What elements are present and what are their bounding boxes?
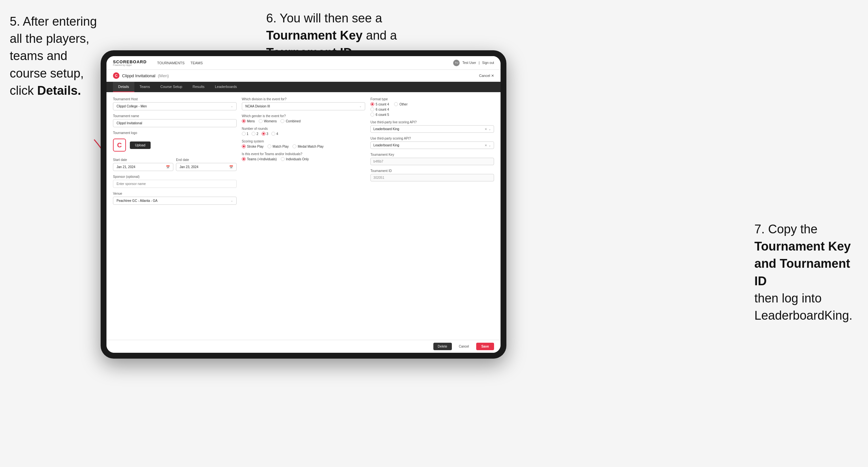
- format-type-group: Format type 5 count 4 6 count 4: [370, 97, 494, 117]
- page-header: C Clippd Invitational (Men) Cancel ✕: [106, 70, 500, 82]
- individuals-only[interactable]: Individuals Only: [281, 157, 309, 161]
- round-2[interactable]: 2: [252, 132, 258, 136]
- brand-logo: SCOREBOARD Powered by clippd: [113, 60, 147, 66]
- format-col-left: 5 count 4 6 count 4 6 count 5: [370, 102, 389, 117]
- scoring-stroke[interactable]: Stroke Play: [242, 145, 264, 148]
- round-4-radio[interactable]: [271, 132, 275, 136]
- tab-results[interactable]: Results: [187, 82, 210, 92]
- gender-mens[interactable]: Mens: [242, 119, 255, 123]
- tournament-id-label: Tournament ID: [370, 169, 494, 173]
- tab-bar: Details Teams Course Setup Results Leade…: [106, 82, 500, 92]
- rounds-label: Number of rounds: [242, 127, 366, 130]
- gender-combined[interactable]: Combined: [280, 119, 301, 123]
- format-5count4-radio[interactable]: [370, 102, 374, 106]
- live-scoring2-dropdown[interactable]: Leaderboard King ✕ ⌄: [370, 142, 494, 149]
- brand-name: SCOREBOARD: [113, 60, 147, 64]
- tab-teams[interactable]: Teams: [134, 82, 155, 92]
- chevron-down-icon: ⌄: [231, 105, 233, 108]
- tab-course-setup[interactable]: Course Setup: [155, 82, 187, 92]
- format-options-row: 5 count 4 6 count 4 6 count 5: [370, 102, 494, 117]
- calendar-icon: 📅: [166, 165, 170, 169]
- nav-teams[interactable]: TEAMS: [190, 61, 203, 65]
- format-5count4[interactable]: 5 count 4: [370, 102, 389, 106]
- gender-mens-radio[interactable]: [242, 119, 246, 123]
- format-other-radio[interactable]: [394, 102, 398, 106]
- division-input[interactable]: NCAA Division III ⌄: [242, 102, 366, 110]
- format-other[interactable]: Other: [394, 102, 407, 106]
- scoring-medal-match[interactable]: Medal Match Play: [292, 145, 323, 148]
- individuals-radio[interactable]: [281, 157, 285, 161]
- start-date-input[interactable]: Jan 21, 2024 📅: [113, 163, 173, 171]
- division-chevron-icon: ⌄: [359, 105, 362, 108]
- live-scoring2-label: Use third-party scoring API?: [370, 136, 494, 140]
- gender-womens-radio[interactable]: [259, 119, 262, 123]
- chevron2-icon: ⌄: [489, 144, 491, 147]
- format-type-label: Format type: [370, 97, 494, 101]
- tournament-host-group: Tournament Host Clippd College - Men ⌄: [113, 97, 237, 110]
- live-scoring1-group: Use third-party live scoring API? Leader…: [370, 120, 494, 133]
- scoring-stroke-radio[interactable]: [242, 145, 246, 148]
- round-2-radio[interactable]: [252, 132, 255, 136]
- tab-details[interactable]: Details: [113, 82, 134, 92]
- venue-input[interactable]: Peachtree GC - Atlanta - GA ⌄: [113, 197, 237, 205]
- teams-plus[interactable]: Teams (+Individuals): [242, 157, 277, 161]
- sponsor-input[interactable]: [113, 180, 237, 188]
- tournament-host-input[interactable]: Clippd College - Men ⌄: [113, 102, 237, 110]
- gender-label: Which gender is the event for?: [242, 114, 366, 118]
- format-6count4[interactable]: 6 count 4: [370, 107, 389, 111]
- round-1-radio[interactable]: [242, 132, 246, 136]
- end-date-label: End date: [176, 158, 236, 162]
- user-label: Test User: [462, 61, 476, 65]
- tournament-name-input[interactable]: [113, 119, 237, 127]
- format-6count4-radio[interactable]: [370, 107, 374, 111]
- delete-button[interactable]: Delete: [433, 343, 452, 350]
- form-col1: Tournament Host Clippd College - Men ⌄ T…: [113, 97, 237, 205]
- clear-icon[interactable]: ✕: [485, 128, 487, 131]
- scoring-match-radio[interactable]: [268, 145, 271, 148]
- rounds-group: Number of rounds 1 2 3: [242, 127, 366, 136]
- tournament-logo-group: Tournament logo C Upload: [113, 131, 237, 154]
- round-3[interactable]: 3: [261, 132, 269, 136]
- sponsor-label: Sponsor (optional): [113, 175, 237, 179]
- scoring-medal-radio[interactable]: [292, 145, 297, 148]
- tab-leaderboards[interactable]: Leaderboards: [210, 82, 242, 92]
- division-label: Which division is the event for?: [242, 97, 366, 101]
- scoring-match[interactable]: Match Play: [268, 145, 288, 148]
- clear2-icon[interactable]: ✕: [485, 144, 487, 147]
- round-1[interactable]: 1: [242, 132, 249, 136]
- format-6count5[interactable]: 6 count 5: [370, 113, 389, 117]
- tournament-key-label: Tournament Key: [370, 153, 494, 156]
- tournament-id-value: 302051: [370, 174, 494, 181]
- cancel-link[interactable]: Cancel ✕: [479, 74, 494, 78]
- live-scoring1-dropdown[interactable]: Leaderboard King ✕ ⌄: [370, 125, 494, 133]
- venue-group: Venue Peachtree GC - Atlanta - GA ⌄: [113, 192, 237, 205]
- live-scoring1-label: Use third-party live scoring API?: [370, 120, 494, 124]
- start-date-group: Start date Jan 21, 2024 📅: [113, 158, 173, 171]
- format-6count5-radio[interactable]: [370, 113, 374, 117]
- teams-plus-radio[interactable]: [242, 157, 246, 161]
- cancel-button[interactable]: Cancel: [455, 343, 474, 350]
- brand-sub: Powered by clippd: [113, 64, 147, 66]
- sign-out-link[interactable]: Sign out: [482, 61, 494, 65]
- save-button[interactable]: Save: [476, 343, 494, 350]
- upload-button[interactable]: Upload: [130, 142, 151, 149]
- round-4[interactable]: 4: [271, 132, 278, 136]
- venue-chevron-icon: ⌄: [231, 199, 233, 202]
- gender-combined-radio[interactable]: [280, 119, 284, 123]
- gender-womens[interactable]: Womens: [259, 119, 277, 123]
- scoring-label: Scoring system: [242, 139, 366, 143]
- top-nav: SCOREBOARD Powered by clippd TOURNAMENTS…: [106, 56, 500, 70]
- rounds-radio-group: 1 2 3 4: [242, 132, 366, 136]
- annotation-left: 5. After entering all the players, teams…: [10, 13, 101, 99]
- venue-label: Venue: [113, 192, 237, 195]
- logo-upload-area: C Upload: [113, 136, 237, 154]
- nav-tournaments[interactable]: TOURNAMENTS: [157, 61, 185, 65]
- date-row: Start date Jan 21, 2024 📅 End date Jan 2…: [113, 158, 237, 171]
- tournament-id-group: Tournament ID 302051: [370, 169, 494, 181]
- dropdown-controls: ✕ ⌄: [485, 128, 491, 131]
- teams-group: Is this event for Teams and/or Individua…: [242, 152, 366, 161]
- nav-right: TU Test User | Sign out: [453, 60, 494, 66]
- form-col3: Format type 5 count 4 6 count 4: [370, 97, 494, 205]
- round-3-radio[interactable]: [261, 132, 266, 136]
- end-date-input[interactable]: Jan 23, 2024 📅: [176, 163, 236, 171]
